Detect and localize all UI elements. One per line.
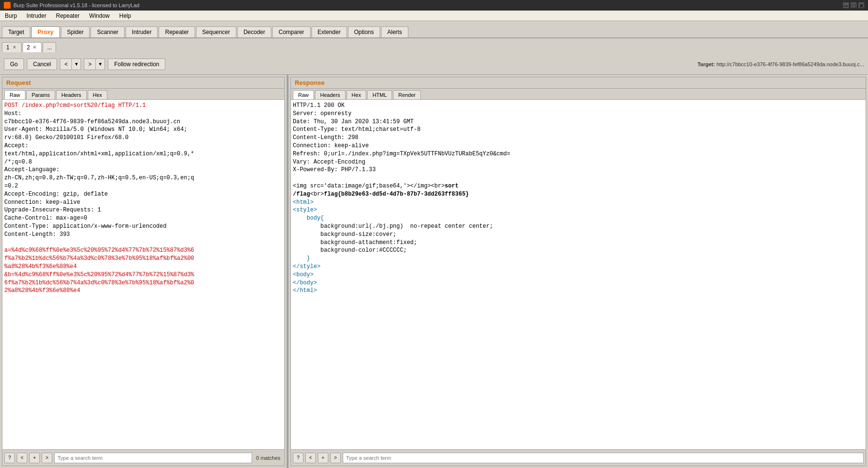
request-match-count: 0 matches xyxy=(254,455,282,461)
response-html-close: </html> xyxy=(293,287,317,294)
title-bar: Burp Suite Professional v1.5.18 - licens… xyxy=(0,0,868,11)
response-search-prev[interactable]: < xyxy=(305,453,316,463)
response-tab-html[interactable]: HTML xyxy=(367,90,392,99)
menu-burp[interactable]: Burp xyxy=(2,12,20,20)
request-tab-headers[interactable]: Headers xyxy=(56,90,87,99)
sub-tab-2[interactable]: 2 ✕ xyxy=(23,42,42,52)
sub-tab-2-label: 2 xyxy=(27,44,30,51)
request-tab-hex[interactable]: Hex xyxy=(88,90,108,99)
request-search-prev[interactable]: < xyxy=(17,453,27,463)
response-flag: flag{b8b29e63-dd5d-4d7b-87b7-3dd263ff836… xyxy=(324,191,469,198)
request-tab-params[interactable]: Params xyxy=(26,90,55,99)
response-tab-headers[interactable]: Headers xyxy=(315,90,346,99)
response-body-tag: <body> xyxy=(293,271,313,278)
response-style-close: </style> xyxy=(293,263,321,270)
request-line: POST /index.php?cmd=sort%20/flag HTTP/1.… xyxy=(4,102,146,109)
back-nav: < ▼ xyxy=(60,58,81,70)
tab-proxy[interactable]: Proxy xyxy=(31,26,59,37)
request-search-bar: ? < + > 0 matches xyxy=(2,449,284,466)
main-tab-bar: Target Proxy Spider Scanner Intruder Rep… xyxy=(0,21,868,38)
follow-redirection-button[interactable]: Follow redirection xyxy=(108,58,165,70)
menu-window[interactable]: Window xyxy=(86,12,113,20)
request-content-area[interactable]: POST /index.php?cmd=sort%20/flag HTTP/1.… xyxy=(2,100,284,449)
forward-arrow-button[interactable]: ▼ xyxy=(95,58,105,70)
response-html-open: <html> xyxy=(293,199,313,206)
main-content: Request Raw Params Headers Hex POST /ind… xyxy=(0,75,868,468)
response-style-open: <style> xyxy=(293,207,317,213)
response-body-open: body{ xyxy=(293,215,324,222)
minimize-button[interactable]: ─ xyxy=(843,2,849,8)
panel-divider[interactable] xyxy=(287,75,289,468)
menu-repeater[interactable]: Repeater xyxy=(53,12,82,20)
response-search-next-plus[interactable]: + xyxy=(318,453,328,463)
tab-intruder[interactable]: Intruder xyxy=(126,26,158,37)
target-url-value: http://c7bbcc10-e376-4f76-9839-fef86a524… xyxy=(717,61,864,67)
response-body-close-tag: </body> xyxy=(293,280,317,286)
sub-tab-1-label: 1 xyxy=(6,44,10,51)
response-search-help[interactable]: ? xyxy=(293,453,303,463)
cancel-button[interactable]: Cancel xyxy=(27,58,57,70)
tab-options[interactable]: Options xyxy=(348,26,380,37)
tab-decoder[interactable]: Decoder xyxy=(237,26,271,37)
back-arrow-button[interactable]: ▼ xyxy=(71,58,81,70)
response-search-input[interactable] xyxy=(343,453,864,463)
response-tab-bar: Raw Headers Hex HTML Render xyxy=(291,89,866,100)
request-panel: Request Raw Params Headers Hex POST /ind… xyxy=(2,77,285,466)
sub-tab-2-close[interactable]: ✕ xyxy=(32,45,37,50)
target-url: Target: http://c7bbcc10-e376-4f76-9839-f… xyxy=(697,61,864,67)
response-search-bar: ? < + > xyxy=(291,449,866,466)
tab-target[interactable]: Target xyxy=(2,26,30,37)
menu-intruder[interactable]: Intruder xyxy=(23,12,49,20)
forward-nav: > ▼ xyxy=(84,58,105,70)
request-body: a=%4d%c9%68%ff%0e%e3%5c%20%95%72%d4%77%7… xyxy=(4,247,194,294)
target-label: Target: xyxy=(697,61,715,67)
app-title: Burp Suite Professional v1.5.18 - licens… xyxy=(13,2,139,8)
tab-sequencer[interactable]: Sequencer xyxy=(196,26,236,37)
sub-tab-1[interactable]: 1 ✕ xyxy=(2,42,22,52)
go-button[interactable]: Go xyxy=(4,58,24,70)
forward-button[interactable]: > xyxy=(84,58,95,70)
request-tab-bar: Raw Params Headers Hex xyxy=(2,89,284,100)
maximize-button[interactable]: □ xyxy=(851,2,856,8)
tab-spider[interactable]: Spider xyxy=(61,26,90,37)
request-search-next[interactable]: > xyxy=(42,453,52,463)
response-search-next[interactable]: > xyxy=(330,453,341,463)
request-search-input[interactable] xyxy=(54,453,252,463)
sub-tab-1-close[interactable]: ✕ xyxy=(12,45,17,50)
request-search-help[interactable]: ? xyxy=(4,453,15,463)
tab-comparer[interactable]: Comparer xyxy=(272,26,310,37)
response-tab-render[interactable]: Render xyxy=(393,90,421,99)
menu-bar: Burp Intruder Repeater Window Help xyxy=(0,11,868,21)
response-content-area[interactable]: HTTP/1.1 200 OK Server: openresty Date: … xyxy=(291,100,866,449)
sub-tab-bar: 1 ✕ 2 ✕ ... xyxy=(0,38,868,54)
back-button[interactable]: < xyxy=(60,58,71,70)
request-panel-header: Request xyxy=(2,77,284,89)
request-search-next-plus[interactable]: + xyxy=(29,453,40,463)
response-body-close-brace: } xyxy=(293,255,310,262)
sub-tab-more[interactable]: ... xyxy=(43,42,56,52)
response-tab-hex[interactable]: Hex xyxy=(347,90,367,99)
tab-scanner[interactable]: Scanner xyxy=(91,26,125,37)
tab-repeater[interactable]: Repeater xyxy=(159,26,195,37)
response-tab-raw[interactable]: Raw xyxy=(293,90,314,99)
app-icon xyxy=(4,2,11,9)
request-tab-raw[interactable]: Raw xyxy=(4,90,25,99)
menu-help[interactable]: Help xyxy=(116,12,134,20)
close-button[interactable]: ✕ xyxy=(858,2,864,8)
response-panel: Response Raw Headers Hex HTML Render HTT… xyxy=(290,77,866,466)
toolbar: Go Cancel < ▼ > ▼ Follow redirection Tar… xyxy=(0,54,868,75)
response-panel-header: Response xyxy=(291,77,866,89)
tab-alerts[interactable]: Alerts xyxy=(381,26,408,37)
tab-extender[interactable]: Extender xyxy=(312,26,347,37)
